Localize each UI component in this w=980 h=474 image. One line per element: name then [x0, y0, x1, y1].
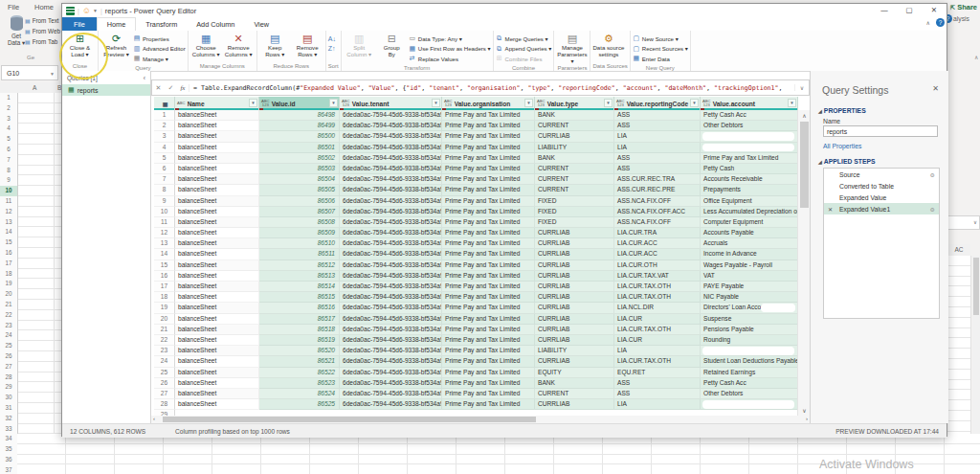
cell-tenant[interactable]: 6deda0ac-7594-45d6-9338-bf534a9c6158 — [340, 260, 442, 271]
cell-id[interactable]: 86517 — [259, 314, 340, 325]
cell-type[interactable]: FIXED — [535, 196, 614, 207]
excel-row-19[interactable]: 19 — [0, 279, 17, 289]
excel-row-37[interactable]: 37 — [0, 465, 17, 474]
cell-type[interactable]: CURRENT — [535, 389, 614, 399]
cell-code[interactable]: LIA.CUR.OTH — [614, 260, 701, 271]
cell-account[interactable] — [701, 346, 798, 356]
cell-account[interactable]: NIC Payable — [701, 292, 798, 303]
cell-id[interactable]: 86519 — [259, 335, 340, 346]
cell-org[interactable]: Prime Pay and Tax Limited — [442, 325, 535, 335]
filter-icon[interactable]: ▼ — [249, 99, 257, 107]
cell-id[interactable]: 86525 — [259, 399, 340, 410]
merge-queries-button[interactable]: ⧉Merge Queries ▾ — [496, 34, 552, 44]
cell-rn[interactable]: 27 — [154, 389, 175, 399]
cell-tenant[interactable]: 6deda0ac-7594-45d6-9338-bf534a9c6158 — [340, 399, 442, 410]
cell-type[interactable]: LIABILITY — [535, 346, 614, 356]
cell-org[interactable]: Prime Pay and Tax Limited — [442, 260, 535, 271]
filter-icon[interactable]: ▼ — [788, 99, 796, 107]
cell-rn[interactable]: 5 — [154, 153, 175, 164]
cell-rn[interactable]: 24 — [154, 356, 175, 367]
applied-step-expanded-value1[interactable]: ✕Expanded Value1⚙ — [824, 203, 939, 214]
cell-account[interactable]: Prepayments — [701, 185, 798, 195]
cell-type[interactable]: CURRENT — [535, 174, 614, 185]
maximize-button[interactable]: ▢ — [897, 4, 922, 17]
advanced-editor-button[interactable]: ▥Advanced Editor — [133, 44, 186, 55]
cell-id[interactable]: 86524 — [259, 389, 340, 399]
cell-name[interactable]: balanceSheet — [175, 356, 259, 367]
cell-name[interactable]: balanceSheet — [175, 346, 259, 356]
excel-row-2[interactable]: 2 — [0, 103, 17, 114]
cell-id[interactable]: 86523 — [259, 378, 340, 389]
cell-account[interactable]: Accounts Payable — [701, 228, 798, 238]
cell-account[interactable] — [701, 143, 798, 153]
cell-account[interactable]: Directors' Loan Account - — [701, 303, 798, 313]
cell-type[interactable]: EQUITY — [535, 368, 614, 378]
cell-name[interactable]: balanceSheet — [175, 282, 259, 292]
cell-account[interactable]: Office Equipment — [701, 196, 798, 207]
cell-id[interactable]: 86499 — [259, 121, 340, 131]
cell-type[interactable]: CURRLIAB — [535, 249, 614, 260]
excel-row-29[interactable]: 29 — [0, 382, 17, 393]
cell-rn[interactable]: 19 — [154, 303, 175, 313]
tab-add-column[interactable]: Add Column — [187, 17, 244, 31]
remove-rows-button[interactable]: ▤Remove Rows ▾ — [292, 32, 323, 62]
excel-row-31[interactable]: 31 — [0, 403, 17, 414]
column-header-account[interactable]: ABC123Value.account▼ — [701, 97, 798, 110]
cell-type[interactable]: CURRLIAB — [535, 271, 614, 282]
smiley-icon[interactable]: ☺ — [82, 7, 91, 15]
column-header-org[interactable]: ABC123Value.organisation▼ — [442, 97, 535, 110]
cell-name[interactable]: balanceSheet — [175, 249, 259, 260]
cell-org[interactable]: Prime Pay and Tax Limited — [442, 185, 535, 195]
cell-code[interactable]: ASS — [614, 121, 701, 131]
cell-code[interactable]: LIA.CUR.TAX.OTH — [614, 325, 701, 335]
excel-tab-file[interactable]: File — [8, 3, 19, 11]
cell-rn[interactable]: 12 — [154, 228, 175, 238]
cell-account[interactable]: Prime Pay and Tax Limited — [701, 153, 798, 164]
cell-tenant[interactable]: 6deda0ac-7594-45d6-9338-bf534a9c6158 — [340, 185, 442, 195]
cell-tenant[interactable]: 6deda0ac-7594-45d6-9338-bf534a9c6158 — [340, 346, 442, 356]
cell-account[interactable]: Accruals — [701, 238, 798, 249]
cell-account[interactable]: Petty Cash Acc — [701, 378, 798, 389]
properties-section-header[interactable]: ◢PROPERTIES — [818, 107, 866, 114]
cell-code[interactable]: ASS.CUR.REC.PRE — [614, 185, 701, 195]
cell-id[interactable]: 86498 — [259, 110, 340, 121]
cell-tenant[interactable]: 6deda0ac-7594-45d6-9338-bf534a9c6158 — [340, 228, 442, 238]
properties-button[interactable]: ▤Properties — [133, 34, 186, 44]
column-header-id[interactable]: ABC123Value.id▼ — [259, 97, 340, 110]
cell-org[interactable]: Prime Pay and Tax Limited — [442, 249, 535, 260]
excel-vertical-scrollbar[interactable] — [972, 256, 980, 442]
cell-type[interactable]: CURRLIAB — [535, 356, 614, 367]
cell-rn[interactable]: 18 — [154, 292, 175, 303]
excel-row-7[interactable]: 7 — [0, 155, 17, 166]
cell-id[interactable]: 86511 — [259, 249, 340, 260]
cell-type[interactable]: BANK — [535, 110, 614, 121]
excel-row-17[interactable]: 17 — [0, 259, 17, 269]
cell-org[interactable]: Prime Pay and Tax Limited — [442, 368, 535, 378]
scroll-left-icon[interactable]: ‹ — [153, 416, 155, 421]
cell-org[interactable]: Prime Pay and Tax Limited — [442, 271, 535, 282]
excel-row-15[interactable]: 15 — [0, 237, 17, 248]
cell-code[interactable]: ASS — [614, 110, 701, 121]
cell-org[interactable]: Prime Pay and Tax Limited — [442, 335, 535, 346]
cell-name[interactable]: balanceSheet — [175, 325, 259, 335]
all-properties-link[interactable]: All Properties — [823, 143, 861, 149]
excel-row-14[interactable]: 14 — [0, 227, 17, 237]
excel-row-5[interactable]: 5 — [0, 134, 17, 145]
cell-rn[interactable]: 10 — [154, 207, 175, 217]
excel-row-34[interactable]: 34 — [0, 434, 17, 444]
cell-code[interactable]: ASS — [614, 378, 701, 389]
cell-name[interactable]: balanceSheet — [175, 131, 259, 142]
close-button[interactable]: ✕ — [922, 4, 947, 17]
cell-tenant[interactable]: 6deda0ac-7594-45d6-9338-bf534a9c6158 — [340, 378, 442, 389]
filter-icon[interactable]: ▼ — [604, 99, 612, 107]
manage-parameters-button[interactable]: ▤Manage Parameters ▾ — [556, 32, 588, 64]
cell-name[interactable]: balanceSheet — [175, 174, 259, 185]
split-column-button[interactable]: ▥Split Column ▾ — [344, 32, 375, 64]
cell-code[interactable]: ASS — [614, 153, 701, 164]
cell-org[interactable]: Prime Pay and Tax Limited — [442, 228, 535, 238]
applied-steps-section-header[interactable]: ◢APPLIED STEPS — [818, 158, 876, 165]
data-type-any-button[interactable]: ▭Data Type: Any ▾ — [409, 34, 491, 44]
cell-org[interactable]: Prime Pay and Tax Limited — [442, 238, 535, 249]
cell-org[interactable]: Prime Pay and Tax Limited — [442, 378, 535, 389]
cell-name[interactable]: balanceSheet — [175, 271, 259, 282]
